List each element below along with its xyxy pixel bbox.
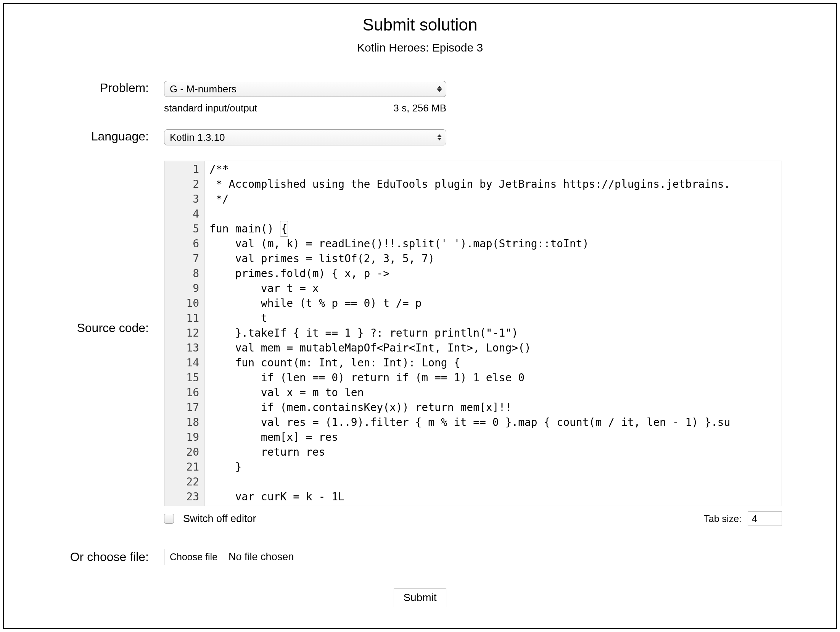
language-label: Language: — [23, 129, 164, 143]
page-title: Submit solution — [23, 15, 817, 34]
choose-file-button[interactable]: Choose file — [164, 549, 223, 565]
line-number: 11 — [164, 311, 199, 326]
line-number: 6 — [164, 236, 199, 251]
line-number: 5 — [164, 221, 199, 236]
code-line[interactable]: /** — [209, 162, 782, 177]
code-line[interactable] — [209, 206, 782, 221]
code-line[interactable]: var curK = k - 1L — [209, 489, 782, 504]
code-line[interactable]: if (len == 0) return if (m == 1) 1 else … — [209, 370, 782, 385]
code-line[interactable]: fun count(m: Int, len: Int): Long { — [209, 355, 782, 370]
line-number: 20 — [164, 445, 199, 459]
code-line[interactable]: val mem = mutableMapOf<Pair<Int, Int>, L… — [209, 340, 782, 355]
problem-control: G - M-numbers standard input/output 3 s,… — [164, 81, 446, 114]
io-mode-text: standard input/output — [164, 102, 393, 114]
code-line[interactable]: mem[x] = res — [209, 430, 782, 445]
line-number: 15 — [164, 370, 199, 385]
submit-form-container: Submit solution Kotlin Heroes: Episode 3… — [3, 3, 837, 629]
code-line[interactable]: val (m, k) = readLine()!!.split(' ').map… — [209, 236, 782, 251]
problem-row: Problem: G - M-numbers standard input/ou… — [23, 81, 817, 114]
contest-subtitle: Kotlin Heroes: Episode 3 — [23, 41, 817, 54]
line-number: 10 — [164, 296, 199, 311]
line-number: 17 — [164, 400, 199, 415]
code-line[interactable]: }.takeIf { it == 1 } ?: return println("… — [209, 326, 782, 340]
code-line[interactable]: return res — [209, 445, 782, 459]
source-code-row: Source code: 123456789101112131415161718… — [23, 161, 817, 526]
code-line[interactable]: } — [209, 459, 782, 474]
language-select[interactable]: Kotlin 1.3.10 — [164, 129, 446, 145]
code-line[interactable] — [209, 474, 782, 489]
line-number: 19 — [164, 430, 199, 445]
code-line[interactable]: val primes = listOf(2, 3, 5, 7) — [209, 251, 782, 266]
code-line[interactable]: fun main() { — [209, 221, 782, 236]
code-line[interactable]: * Accomplished using the EduTools plugin… — [209, 177, 782, 192]
brace-match-highlight: { — [280, 221, 288, 237]
submit-row: Submit — [23, 588, 817, 607]
line-number: 22 — [164, 474, 199, 489]
code-line[interactable]: val x = m to len — [209, 385, 782, 400]
switch-off-editor-label: Switch off editor — [183, 513, 704, 525]
line-number: 8 — [164, 266, 199, 281]
code-line[interactable]: while (t % p == 0) t /= p — [209, 296, 782, 311]
line-number: 13 — [164, 340, 199, 355]
code-line[interactable]: val res = (1..9).filter { m % it == 0 }.… — [209, 415, 782, 430]
line-number: 7 — [164, 251, 199, 266]
line-number: 4 — [164, 206, 199, 221]
choose-file-label: Or choose file: — [23, 550, 164, 564]
switch-off-editor-checkbox[interactable] — [164, 514, 174, 524]
tab-size-input[interactable] — [748, 511, 782, 526]
line-number: 16 — [164, 385, 199, 400]
file-row: Or choose file: Choose file No file chos… — [23, 549, 817, 565]
line-number: 14 — [164, 355, 199, 370]
problem-select[interactable]: G - M-numbers — [164, 81, 446, 97]
code-line[interactable]: t — [209, 311, 782, 326]
code-editor[interactable]: 1234567891011121314151617181920212223 /*… — [164, 161, 782, 506]
line-number: 12 — [164, 326, 199, 340]
limits-text: 3 s, 256 MB — [393, 102, 446, 114]
line-number-gutter: 1234567891011121314151617181920212223 — [164, 161, 205, 506]
code-line[interactable]: if (mem.containsKey(x)) return mem[x]!! — [209, 400, 782, 415]
tab-size-label: Tab size: — [704, 513, 742, 524]
source-code-label: Source code: — [23, 161, 164, 526]
line-number: 3 — [164, 192, 199, 206]
line-number: 18 — [164, 415, 199, 430]
no-file-text: No file chosen — [229, 551, 294, 563]
language-row: Language: Kotlin 1.3.10 — [23, 129, 817, 145]
code-line[interactable]: var t = x — [209, 281, 782, 296]
line-number: 1 — [164, 162, 199, 177]
submit-button[interactable]: Submit — [394, 588, 446, 607]
code-line[interactable]: */ — [209, 192, 782, 206]
line-number: 23 — [164, 489, 199, 504]
editor-footer: Switch off editor Tab size: — [164, 511, 782, 526]
problem-label: Problem: — [23, 81, 164, 95]
line-number: 9 — [164, 281, 199, 296]
line-number: 21 — [164, 459, 199, 474]
line-number: 2 — [164, 177, 199, 192]
code-content[interactable]: /** * Accomplished using the EduTools pl… — [205, 161, 782, 506]
code-line[interactable]: primes.fold(m) { x, p -> — [209, 266, 782, 281]
